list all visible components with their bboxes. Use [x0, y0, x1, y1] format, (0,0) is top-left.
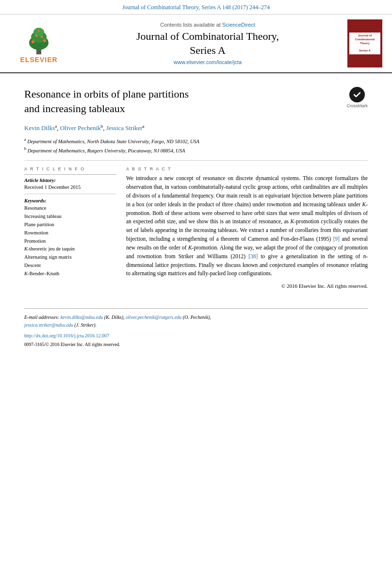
journal-cover-inner: Journal ofCombinatorialTheorySeries A: [349, 33, 380, 54]
section-divider: [24, 160, 368, 161]
abstract-header: A B S T R A C T: [126, 166, 368, 171]
received-date: Received 1 December 2015: [24, 184, 116, 190]
elsevier-brand: ELSEVIER: [20, 56, 57, 64]
author-jessica-striker[interactable]: Jessica Striker: [106, 124, 143, 132]
svg-point-8: [38, 30, 40, 32]
article-history-label: Article history:: [24, 178, 116, 183]
svg-point-7: [41, 36, 43, 38]
footer-emails: E-mail addresses: kevin.dilks@ndsu.edu (…: [24, 314, 368, 329]
svg-point-4: [32, 40, 34, 43]
svg-point-3: [33, 28, 44, 36]
contents-available-line: Contents lists available at ScienceDirec…: [160, 22, 255, 28]
keyword-plane-partition: Plane partition: [24, 221, 116, 229]
copyright-line: © 2016 Elsevier Inc. All rights reserved…: [126, 283, 368, 289]
article-info-box: Article history: Received 1 December 201…: [24, 174, 116, 278]
journal-title-main: Journal of Combinatorial Theory,Series A: [136, 30, 279, 57]
footer-section: E-mail addresses: kevin.dilks@ndsu.edu (…: [24, 308, 368, 348]
journal-url[interactable]: www.elsevier.com/locate/jcta: [174, 59, 242, 65]
article-info-abstract-section: A R T I C L E I N F O Article history: R…: [24, 166, 368, 289]
crossmark-label: CrossMark: [346, 103, 368, 108]
abstract-text: We introduce a new concept of resonance …: [126, 174, 368, 278]
email1-note: (K. Dilks),: [104, 315, 125, 320]
ref38[interactable]: [38]: [248, 253, 258, 259]
journal-cover-thumbnail: Journal ofCombinatorialTheorySeries A: [347, 19, 382, 67]
authors-line: Kevin Dilksa, Oliver Pechenikb, Jessica …: [24, 124, 368, 132]
affiliations: a Department of Mathematics, North Dakot…: [24, 137, 368, 155]
abstract-column: A B S T R A C T We introduce a new conce…: [126, 166, 368, 289]
sciencedirect-link[interactable]: ScienceDirect: [222, 22, 255, 28]
elsevier-logo-area: ELSEVIER: [10, 19, 68, 67]
footer-doi[interactable]: http://dx.doi.org/10.1016/j.jcta.2016.12…: [24, 332, 368, 340]
journal-info-area: Contents lists available at ScienceDirec…: [73, 19, 343, 67]
main-content: Resonance in orbits of plane partitions …: [0, 73, 392, 299]
keyword-resonance: Resonance: [24, 204, 116, 213]
keyword-promotion: Promotion: [24, 237, 116, 246]
citation-text: Journal of Combinatorial Theory, Series …: [122, 4, 270, 11]
footer-issn: 0097-3165/© 2016 Elsevier Inc. All right…: [24, 341, 368, 348]
page: Journal of Combinatorial Theory, Series …: [0, 0, 392, 564]
paper-title-section: Resonance in orbits of plane partitions …: [24, 87, 368, 116]
crossmark-badge[interactable]: CrossMark: [346, 87, 368, 108]
keyword-descent: Descent: [24, 262, 116, 270]
keyword-alternating-sign: Alternating sign matrix: [24, 253, 116, 262]
email2-note: (O. Pechenik),: [183, 315, 211, 320]
email3-link[interactable]: jessica.striker@ndsu.edu: [24, 322, 73, 328]
article-info-header: A R T I C L E I N F O: [24, 166, 116, 171]
journal-header: ELSEVIER Contents lists available at Sci…: [0, 15, 392, 73]
svg-point-6: [35, 35, 38, 37]
crossmark-circle: [349, 87, 365, 102]
info-divider: [24, 194, 116, 194]
email1-link[interactable]: kevin.dilks@ndsu.edu: [61, 315, 103, 320]
keywords-list: Resonance Increasing tableau Plane parti…: [24, 204, 116, 278]
keyword-rowmotion: Rowmotion: [24, 229, 116, 237]
citation-bar: Journal of Combinatorial Theory, Series …: [0, 0, 392, 15]
article-info-column: A R T I C L E I N F O Article history: R…: [24, 166, 116, 289]
svg-point-5: [43, 39, 46, 42]
email2-link[interactable]: oliver.pechenik@rutgers.edu: [126, 315, 181, 320]
keywords-label: Keywords:: [24, 198, 116, 203]
keyword-k-bender-knuth: K-Bender–Knuth: [24, 270, 116, 278]
ref9[interactable]: [9]: [333, 236, 340, 242]
email-label: E-mail addresses:: [24, 315, 59, 320]
author-oliver-pechenik[interactable]: Oliver Pechenik: [60, 124, 101, 132]
affiliation-b: b Department of Mathematics, Rutgers Uni…: [24, 146, 368, 154]
affiliation-a: a Department of Mathematics, North Dakot…: [24, 137, 368, 145]
elsevier-tree-icon: [19, 23, 58, 55]
paper-title: Resonance in orbits of plane partitions …: [24, 87, 339, 116]
email3-note: (J. Striker).: [74, 322, 97, 328]
keyword-k-theoretic: K-theoretic jeu de taquin: [24, 245, 116, 253]
author-kevin-dilks[interactable]: Kevin Dilks: [24, 124, 55, 132]
keyword-increasing-tableau: Increasing tableau: [24, 213, 116, 221]
